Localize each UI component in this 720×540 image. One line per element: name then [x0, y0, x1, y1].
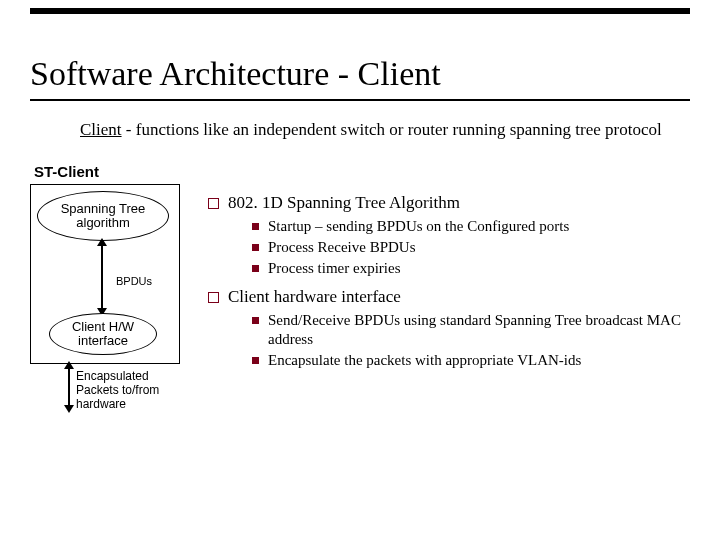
stclient-box: Spanning Tree algorithm BPDUs Client H/W… — [30, 184, 180, 364]
sub-item: Process Receive BPDUs — [250, 238, 690, 257]
sub-item: Send/Receive BPDUs using standard Spanni… — [250, 311, 690, 349]
top-bar — [30, 8, 690, 14]
sub-item: Process timer expiries — [250, 259, 690, 278]
ellipse-client-hw: Client H/W interface — [49, 313, 157, 355]
bpdus-label: BPDUs — [116, 275, 152, 287]
encap-area: Encapsulated Packets to/from hardware — [30, 366, 180, 436]
heading-text: 802. 1D Spanning Tree Algorithm — [228, 193, 460, 212]
heading-item: 802. 1D Spanning Tree Algorithm Startup … — [206, 193, 690, 277]
ellipse-spanning-tree: Spanning Tree algorithm — [37, 191, 169, 241]
sub-list: Send/Receive BPDUs using standard Spanni… — [250, 311, 690, 369]
sub-item: Startup – sending BPDUs on the Configure… — [250, 217, 690, 236]
heading-text: Client hardware interface — [228, 287, 401, 306]
slide-body: Software Architecture - Client Client - … — [30, 55, 690, 436]
heading-item: Client hardware interface Send/Receive B… — [206, 287, 690, 369]
stclient-label: ST-Client — [34, 163, 190, 180]
sub-item: Encapsulate the packets with appropriate… — [250, 351, 690, 370]
encap-label: Encapsulated Packets to/from hardware — [76, 370, 186, 411]
subtitle-lead: Client — [80, 120, 122, 139]
main-row: ST-Client Spanning Tree algorithm BPDUs … — [30, 163, 690, 436]
slide-subtitle: Client - functions like an independent s… — [80, 119, 690, 141]
diagram-column: ST-Client Spanning Tree algorithm BPDUs … — [30, 163, 190, 436]
slide-title: Software Architecture - Client — [30, 55, 690, 101]
arrow-encap-icon — [68, 366, 70, 408]
bullets-column: 802. 1D Spanning Tree Algorithm Startup … — [206, 163, 690, 380]
sub-list: Startup – sending BPDUs on the Configure… — [250, 217, 690, 277]
subtitle-rest: - functions like an independent switch o… — [122, 120, 662, 139]
heading-list: 802. 1D Spanning Tree Algorithm Startup … — [206, 193, 690, 370]
arrow-bpdus-icon — [101, 243, 103, 311]
